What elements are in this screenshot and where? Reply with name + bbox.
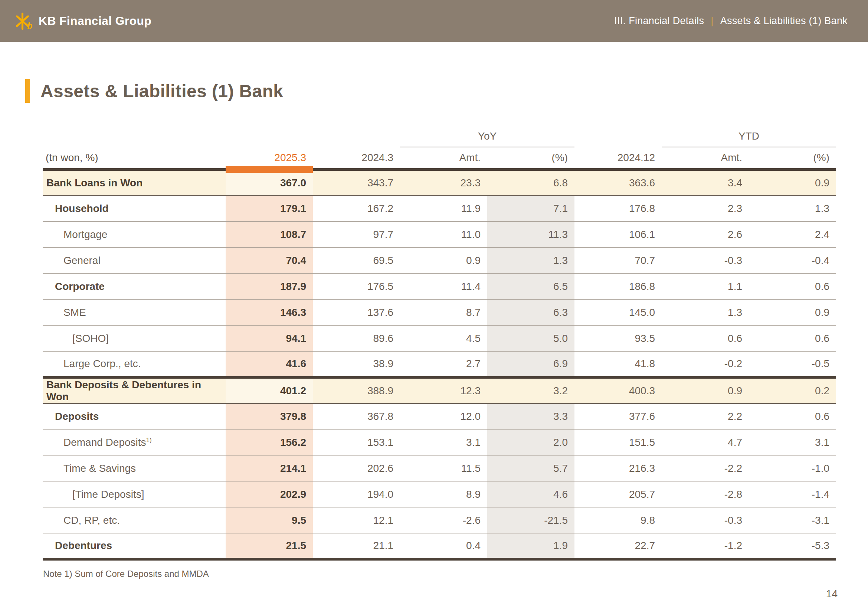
value-cell: 8.7 bbox=[400, 299, 487, 326]
page-title-text: Assets & Liabilities (1) Bank bbox=[40, 81, 283, 101]
value-cell: 151.5 bbox=[575, 429, 662, 456]
value-cell: 400.3 bbox=[575, 378, 662, 403]
value-cell: 179.1 bbox=[226, 195, 313, 222]
value-cell: 5.0 bbox=[487, 326, 575, 352]
column-header-ytd-amt: Amt. bbox=[662, 147, 749, 170]
table-row: SME146.3137.68.76.3145.01.30.9 bbox=[43, 299, 836, 326]
kb-star-logo-icon: b bbox=[15, 11, 36, 31]
value-cell: 12.1 bbox=[313, 507, 400, 533]
value-cell: 106.1 bbox=[575, 222, 662, 248]
value-cell: 41.6 bbox=[226, 352, 313, 378]
value-cell: -1.0 bbox=[749, 456, 836, 481]
row-label: CD, RP, etc. bbox=[43, 507, 226, 533]
value-cell: 9.8 bbox=[575, 507, 662, 533]
footnote: Note 1) Sum of Core Deposits and MMDA bbox=[43, 569, 868, 579]
value-cell: 176.8 bbox=[575, 195, 662, 222]
table-row: Debentures21.521.10.41.922.7-1.2-5.3 bbox=[43, 533, 836, 560]
value-cell: 153.1 bbox=[313, 429, 400, 456]
value-cell: 367.8 bbox=[313, 403, 400, 429]
row-label-text: Debentures bbox=[55, 540, 112, 551]
value-cell: 93.5 bbox=[575, 326, 662, 352]
value-cell: 186.8 bbox=[575, 274, 662, 299]
value-cell: 0.4 bbox=[400, 533, 487, 560]
value-cell: 4.6 bbox=[487, 481, 575, 507]
value-cell: 7.1 bbox=[487, 195, 575, 222]
row-label-text: Corporate bbox=[55, 281, 105, 292]
value-cell: 2.0 bbox=[487, 429, 575, 456]
value-cell: 70.4 bbox=[226, 248, 313, 274]
row-label-text: Deposits bbox=[55, 411, 99, 422]
value-cell: 9.5 bbox=[226, 507, 313, 533]
value-cell: -2.2 bbox=[662, 456, 749, 481]
table-row: Demand Deposits1)156.2153.13.12.0151.54.… bbox=[43, 429, 836, 456]
row-label-text: SME bbox=[64, 307, 86, 318]
value-cell: 388.9 bbox=[313, 378, 400, 403]
value-cell: 6.5 bbox=[487, 274, 575, 299]
value-cell: 379.8 bbox=[226, 403, 313, 429]
table-body: Bank Loans in Won367.0343.723.36.8363.63… bbox=[43, 170, 836, 560]
value-cell: -1.2 bbox=[662, 533, 749, 560]
table-row: General70.469.50.91.370.7-0.3-0.4 bbox=[43, 248, 836, 274]
value-cell: -21.5 bbox=[487, 507, 575, 533]
value-cell: 6.8 bbox=[487, 170, 575, 195]
value-cell: -0.3 bbox=[662, 248, 749, 274]
value-cell: 216.3 bbox=[575, 456, 662, 481]
value-cell: -0.4 bbox=[749, 248, 836, 274]
value-cell: 214.1 bbox=[226, 456, 313, 481]
value-cell: 0.9 bbox=[749, 299, 836, 326]
table-row: Bank Deposits & Debentures in Won401.238… bbox=[43, 378, 836, 403]
value-cell: 0.6 bbox=[749, 403, 836, 429]
value-cell: -1.4 bbox=[749, 481, 836, 507]
value-cell: 2.2 bbox=[662, 403, 749, 429]
table-row: Mortgage108.797.711.011.3106.12.62.4 bbox=[43, 222, 836, 248]
value-cell: 3.4 bbox=[662, 170, 749, 195]
slide-body: Assets & Liabilities (1) Bank YoY YTD (t bbox=[0, 79, 868, 579]
value-cell: 11.9 bbox=[400, 195, 487, 222]
value-cell: 89.6 bbox=[313, 326, 400, 352]
value-cell: 4.7 bbox=[662, 429, 749, 456]
slide: b KB Financial Group III. Financial Deta… bbox=[0, 0, 868, 614]
row-label-text: CD, RP, etc. bbox=[64, 515, 120, 526]
table-row: [SOHO]94.189.64.55.093.50.60.6 bbox=[43, 326, 836, 352]
value-cell: -0.2 bbox=[662, 352, 749, 378]
value-cell: 367.0 bbox=[226, 170, 313, 195]
value-cell: 0.6 bbox=[749, 326, 836, 352]
breadcrumb-section: III. Financial Details bbox=[614, 15, 704, 26]
value-cell: 167.2 bbox=[313, 195, 400, 222]
value-cell: 0.9 bbox=[400, 248, 487, 274]
row-label: Bank Deposits & Debentures in Won bbox=[43, 378, 226, 403]
row-label: Debentures bbox=[43, 533, 226, 560]
page-title: Assets & Liabilities (1) Bank bbox=[25, 79, 868, 103]
value-cell: 1.9 bbox=[487, 533, 575, 560]
row-label: Large Corp., etc. bbox=[43, 352, 226, 378]
brand-name: KB Financial Group bbox=[39, 14, 151, 28]
value-cell: 12.0 bbox=[400, 403, 487, 429]
value-cell: 2.4 bbox=[749, 222, 836, 248]
row-label-text: Bank Deposits & Debentures in Won bbox=[46, 379, 201, 402]
value-cell: 11.4 bbox=[400, 274, 487, 299]
row-label-text: General bbox=[64, 255, 101, 266]
row-label: General bbox=[43, 248, 226, 274]
value-cell: 108.7 bbox=[226, 222, 313, 248]
value-cell: 70.7 bbox=[575, 248, 662, 274]
value-cell: 205.7 bbox=[575, 481, 662, 507]
value-cell: 176.5 bbox=[313, 274, 400, 299]
value-cell: 21.1 bbox=[313, 533, 400, 560]
value-cell: 3.1 bbox=[400, 429, 487, 456]
value-cell: 6.9 bbox=[487, 352, 575, 378]
row-label: Household bbox=[43, 195, 226, 222]
value-cell: 3.2 bbox=[487, 378, 575, 403]
value-cell: 137.6 bbox=[313, 299, 400, 326]
value-cell: 0.9 bbox=[749, 170, 836, 195]
table-group-header-row: YoY YTD bbox=[43, 120, 836, 147]
value-cell: 38.9 bbox=[313, 352, 400, 378]
value-cell: 3.3 bbox=[487, 403, 575, 429]
title-accent-bar bbox=[25, 79, 30, 103]
table-column-header-row: (tn won, %) 2025.3 2024.3 Amt. (%) 2024.… bbox=[43, 147, 836, 170]
value-cell: 2.3 bbox=[662, 195, 749, 222]
value-cell: 1.3 bbox=[487, 248, 575, 274]
value-cell: -2.6 bbox=[400, 507, 487, 533]
footnote-marker: 1) bbox=[146, 436, 152, 443]
brand: b KB Financial Group bbox=[15, 11, 151, 31]
row-label-text: [Time Deposits] bbox=[72, 488, 144, 500]
